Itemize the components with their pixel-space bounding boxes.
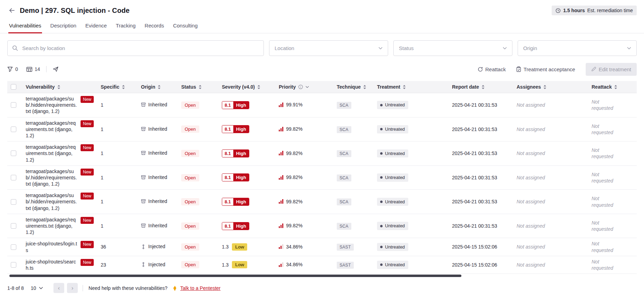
status-badge: Open [181,261,199,268]
reattack-cell: Not requested [588,214,637,238]
column-header-vulnerability[interactable]: Vulnerability [22,81,97,93]
table-row[interactable]: juice-shop/routes/login.tsNew36InjectedO… [7,238,637,256]
filters-button[interactable]: 0 [7,66,18,72]
vulnerability-location[interactable]: juice-shop/routes/login.ts [26,241,78,253]
help-text: Need help with these vulnerabilities? [89,285,167,291]
table-row[interactable]: terragoat/packages/requirements.txt (dja… [7,141,637,166]
row-checkbox[interactable] [11,262,16,268]
talk-to-pentester-link[interactable]: Talk to a Pentester [180,285,220,291]
row-select-cell [7,141,22,166]
column-header-origin[interactable]: Origin [137,81,178,93]
info-icon [298,84,303,89]
specific-cell: 36 [97,238,137,256]
column-header-severity[interactable]: Severity (v4.0) [218,81,275,93]
severity-cell: 8.1High [218,93,275,117]
row-checkbox[interactable] [11,127,16,132]
row-checkbox[interactable] [11,223,16,229]
tab-evidence[interactable]: Evidence [85,19,108,33]
edit-treatment-button[interactable]: Edit treatment [586,63,637,76]
table-row[interactable]: terragoat/packages/sub/.hidden/requireme… [7,93,637,117]
tab-vulnerabilities[interactable]: Vulnerabilities [8,19,42,33]
report-date-cell: 2025-04-15 15:02:06 [449,238,513,256]
technique-cell: SCA [333,190,374,214]
reattack-button[interactable]: Reattack [478,66,506,72]
reattack-button-label: Reattack [485,66,506,72]
scrollbar-thumb[interactable] [9,275,461,277]
vulnerability-cell: terragoat/packages/requirements.txt (dja… [22,214,97,238]
back-button[interactable] [8,7,16,14]
treatment-cell: Untreated [374,214,449,238]
export-button[interactable] [53,66,58,72]
select-all-checkbox[interactable] [11,84,16,90]
assignees-cell: Not assigned [513,190,588,214]
tab-records[interactable]: Records [144,19,165,33]
technique-badge: SCA [337,126,351,133]
filter-select-location[interactable]: Location [269,40,388,56]
report-date-cell: 2025-04-15 15:02:06 [449,256,513,274]
row-select-cell [7,165,22,190]
technique-badge: SCA [337,150,351,157]
vulnerability-location[interactable]: juice-shop/routes/search.ts [26,259,78,271]
treatment-acceptance-button[interactable]: Treatment acceptance [516,66,575,72]
table-row[interactable]: terragoat/packages/requirements.txt (dja… [7,117,637,141]
column-label: Severity (v4.0) [222,84,255,90]
column-header-status[interactable]: Status [178,81,218,93]
priority-cell: 99.82% [275,117,333,141]
priority-cell: 99.82% [275,165,333,190]
sort-icon [122,85,125,89]
column-header-report_date[interactable]: Report date [449,81,513,93]
specific-cell: 1 [97,141,137,166]
vulnerability-location[interactable]: terragoat/packages/requirements.txt (dja… [26,144,78,163]
table-row[interactable]: terragoat/packages/sub/.hidden/requireme… [7,165,637,190]
table-row[interactable]: juice-shop/routes/search.tsNew23Injected… [7,256,637,274]
sort-icon [543,85,546,89]
treatment-cell: Untreated [374,238,449,256]
row-checkbox[interactable] [11,175,16,180]
assignees-cell: Not assigned [513,141,588,166]
remediation-time-badge: 1.5 hours Est. remediation time [552,6,637,15]
previous-page-button[interactable]: ‹ [53,283,64,293]
column-header-technique[interactable]: Technique [333,81,374,93]
column-header-specific[interactable]: Specific [97,81,137,93]
treatment-badge: Untreated [377,149,408,158]
vulnerability-location[interactable]: terragoat/packages/requirements.txt (dja… [26,217,78,236]
technique-cell: SCA [333,214,374,238]
column-header-assignees[interactable]: Assignees [513,81,588,93]
column-label: Origin [141,84,155,90]
row-checkbox[interactable] [11,244,16,250]
priority-cell: 99.82% [275,214,333,238]
priority-bars-icon [279,244,284,249]
treatment-cell: Untreated [374,93,449,117]
column-header-priority[interactable]: Priority [275,81,333,93]
filter-select-status[interactable]: Status [393,40,512,56]
table-row[interactable]: terragoat/packages/requirements.txt (dja… [7,214,637,238]
search-input[interactable] [7,40,264,56]
columns-button[interactable]: 14 [26,66,40,72]
table-row[interactable]: terragoat/packages/sub/.hidden/requireme… [7,190,637,214]
vulnerability-location[interactable]: terragoat/packages/sub/.hidden/requireme… [26,96,78,115]
new-badge: New [81,259,94,266]
clipboard-check-icon [516,66,521,72]
page-size-select[interactable]: 10 [30,284,44,292]
tab-description[interactable]: Description [50,19,77,33]
vulnerability-location[interactable]: terragoat/packages/requirements.txt (dja… [26,120,78,139]
technique-badge: SAST [337,262,354,269]
status-badge: Open [181,174,199,181]
next-page-button[interactable]: › [67,283,78,293]
column-header-treatment[interactable]: Treatment [374,81,449,93]
severity-cell: 8.1High [218,117,275,141]
row-checkbox[interactable] [11,199,16,205]
tab-tracking[interactable]: Tracking [115,19,136,33]
row-checkbox[interactable] [11,150,16,156]
tab-consulting[interactable]: Consulting [172,19,198,33]
row-checkbox[interactable] [11,102,16,108]
severity-cell: 1.3Low [218,238,275,256]
filter-select-origin[interactable]: Origin [518,40,637,56]
vulnerability-location[interactable]: terragoat/packages/sub/.hidden/requireme… [26,192,78,211]
report-date-cell: 2025-04-21 00:31:53 [449,93,513,117]
column-header-reattack[interactable]: Reattack [588,81,637,93]
chevron-down-icon [39,287,43,290]
sort-caret-icon [306,86,309,88]
vulnerability-location[interactable]: terragoat/packages/sub/.hidden/requireme… [26,168,78,187]
select-placeholder: Location [275,45,294,51]
